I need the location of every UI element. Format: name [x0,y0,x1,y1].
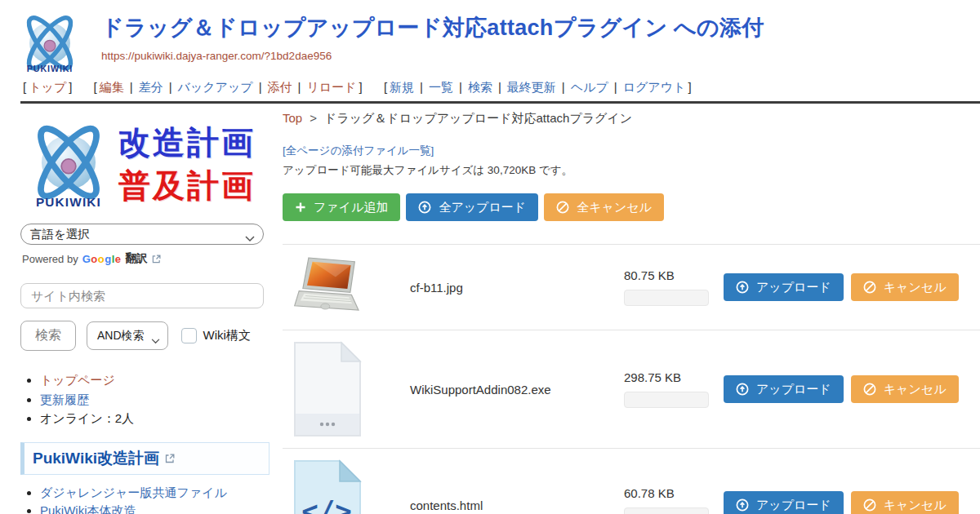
sidebar-section-heading: PukiWiki改造計画 [20,442,270,475]
sidebar-link-top-page[interactable]: トップページ [40,373,115,387]
add-files-button[interactable]: ファイル追加 [283,193,400,221]
cancel-label: キャンセル [884,280,947,295]
plus-icon [295,202,306,213]
wiki-syntax-label: Wiki構文 [203,328,251,343]
upload-progress-bar [624,392,709,408]
list-item: PukiWiki本体改造 [40,502,270,514]
upload-progress-bar [624,290,709,306]
separator: | [169,80,172,94]
google-logo-text: Google [82,253,122,265]
separator: | [562,80,565,94]
svg-text:</>: </> [301,494,351,514]
wiki-syntax-option: Wiki構文 [181,328,251,343]
breadcrumb-current-page: ドラッグ＆ドロップアップロード対応attachプラグイン [324,111,632,125]
file-size-cell: 298.75 KB [624,370,709,408]
table-row: WikiSupportAddin082.exe 298.75 KB アップロード… [283,330,980,449]
upload-button[interactable]: アップロード [724,491,844,514]
all-attachments-link[interactable]: [全ページの添付ファイル一覧] [283,144,434,158]
row-actions: アップロード キャンセル [709,491,980,514]
upload-button[interactable]: アップロード [724,375,844,403]
sidebar-link-core-mod[interactable]: PukiWiki本体改造 [40,503,136,514]
wiki-syntax-checkbox[interactable] [181,328,197,343]
breadcrumb-separator: > [310,111,317,125]
cancel-button[interactable]: キャンセル [851,491,959,514]
ban-icon [863,281,876,294]
top-navbar: [トップ] [編集|差分|バックアップ|添付|リロード] [新規|一覧|検索|最… [0,73,980,101]
chevron-down-icon [245,232,255,245]
sidebar-plugin-links: ダジャレンジャー版共通ファイル PukiWiki本体改造 PukiWikiテキス… [20,484,270,514]
cancel-label: キャンセル [884,498,947,512]
separator: | [614,80,617,94]
section-heading-link[interactable]: PukiWiki改造計画 [33,448,159,469]
cancel-button[interactable]: キャンセル [851,375,959,403]
page-url-link[interactable]: https://pukiwiki.dajya-ranger.com/?1bd2d… [101,50,332,62]
breadcrumb-top-link[interactable]: Top [283,111,302,125]
sidebar-site-logo[interactable]: PUKIWIKI 改造計画 普及計画 [20,114,270,215]
file-name: WikiSupportAddin082.exe [369,383,624,397]
external-link-icon [152,255,161,264]
google-translate-attribution: Powered by Google 翻訳 [22,251,270,266]
table-row: </> contents.html 60.78 KB アップロード [283,449,980,514]
circle-arrow-up-icon [418,201,431,214]
header: PUKIWIKI ドラッグ＆ドロップアップロード対応attachプラグイン への… [0,0,980,73]
upload-progress-bar [624,507,709,514]
nav-item-diff[interactable]: 差分 [139,80,163,94]
search-controls: 検索 AND検索 Wiki構文 [20,321,270,351]
search-mode-select[interactable]: AND検索 [87,321,168,350]
nav-group-site-actions: [新規|一覧|検索|最終更新|ヘルプ|ログアウト] [381,80,694,94]
nav-group-page-actions: [編集|差分|バックアップ|添付|リロード] [91,80,365,94]
separator: | [130,80,133,94]
external-link-icon [165,454,175,463]
nav-item-reload[interactable]: リロード [306,80,356,94]
sidebar-link-common-files[interactable]: ダジャレンジャー版共通ファイル [40,485,227,499]
language-select-value: 言語を選択 [30,227,90,242]
max-upload-size-text: アップロード可能最大ファイルサイズは 30,720KB です。 [283,163,980,178]
file-size-cell: 60.78 KB [624,486,709,514]
pukiwiki-attach-page: PUKIWIKI ドラッグ＆ドロップアップロード対応attachプラグイン への… [0,0,980,514]
breadcrumb: Top>ドラッグ＆ドロップアップロード対応attachプラグイン [283,111,980,126]
html-file-icon: </> [291,459,369,514]
nav-item-recent[interactable]: 最終更新 [507,80,556,94]
search-button[interactable]: 検索 [20,321,76,351]
sidebar-link-recent-changes[interactable]: 更新履歴 [40,392,89,406]
nav-item-logout[interactable]: ログアウト [623,80,686,94]
circle-arrow-up-icon [736,498,749,512]
separator: | [498,80,501,94]
ban-icon [863,498,876,512]
cancel-label: キャンセル [884,382,947,397]
ban-icon [556,201,569,214]
nav-item-backup[interactable]: バックアップ [178,80,253,94]
translate-link[interactable]: 翻訳 [126,251,148,266]
nav-item-help[interactable]: ヘルプ [571,80,608,94]
nav-item-list[interactable]: 一覧 [429,80,453,94]
upload-button[interactable]: アップロード [724,273,844,301]
bracket: ] [69,80,72,94]
chevron-down-icon [151,334,160,347]
page-title: ドラッグ＆ドロップアップロード対応attachプラグイン への添付 [101,13,764,42]
nav-item-search[interactable]: 検索 [468,80,492,94]
site-search-input[interactable] [20,283,264,308]
bracket: [ [23,80,26,94]
language-select[interactable]: 言語を選択 [20,224,264,245]
upload-toolbar: ファイル追加 全アップロード 全キャンセル [283,193,980,221]
nav-item-top[interactable]: トップ [29,80,66,94]
file-size: 298.75 KB [624,370,709,384]
pukiwiki-atom-logo-icon[interactable]: PUKIWIKI [15,7,85,77]
upload-all-button[interactable]: 全アップロード [406,193,538,221]
upload-label: アップロード [756,498,831,512]
nav-item-edit[interactable]: 編集 [100,80,124,94]
cancel-all-label: 全キャンセル [577,200,652,215]
file-size: 80.75 KB [624,268,709,282]
cancel-all-button[interactable]: 全キャンセル [544,193,664,221]
nav-item-new[interactable]: 新規 [390,80,414,94]
svg-text:PUKIWIKI: PUKIWIKI [27,64,73,73]
upload-label: アップロード [756,382,831,397]
nav-item-attach[interactable]: 添付 [268,80,292,94]
list-item: ダジャレンジャー版共通ファイル [40,484,270,501]
bracket: [ [384,80,387,94]
online-users-count: オンライン：2人 [40,411,134,425]
sidebar-quick-links: トップページ 更新履歴 オンライン：2人 [20,371,270,428]
bracket: [ [94,80,97,94]
site-slogan: 改造計画 普及計画 [118,122,256,207]
cancel-button[interactable]: キャンセル [851,273,959,301]
